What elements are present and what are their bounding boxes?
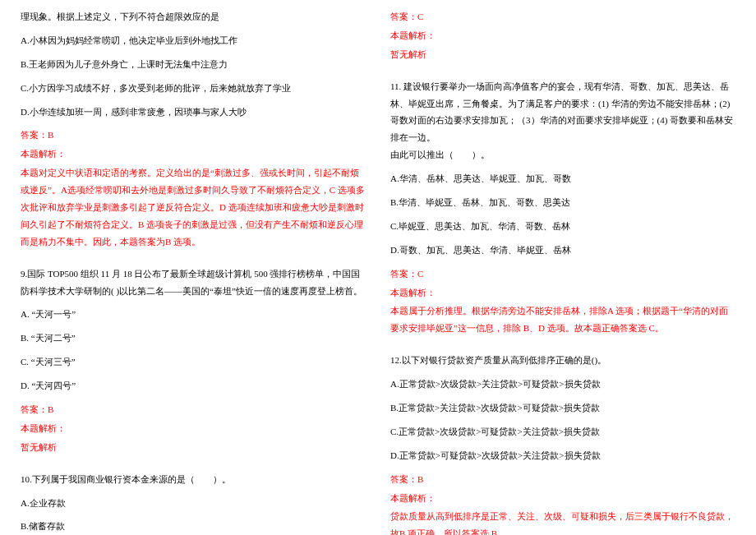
q10-stem: 10.下列属于我国商业银行资本金来源的是（ ）。 [21, 471, 366, 488]
q10-option-a: A.企业存款 [21, 495, 366, 512]
q11-analysis-label: 本题解析： [390, 284, 735, 302]
option-d: D.小华连续加班一周，感到非常疲惫，因琐事与家人大吵 [21, 104, 366, 121]
q12-answer: 答案：B [390, 471, 735, 488]
q11-option-c: C.毕妮亚、思美达、加瓦、华清、哥数、岳林 [390, 218, 735, 235]
q12-option-c: C.正常贷款>次级贷款>可疑贷款>关注贷款>损失贷款 [390, 423, 735, 440]
q12-option-a: A.正常贷款>次级贷款>关注贷款>可疑贷款>损失贷款 [390, 376, 735, 393]
analysis-label: 本题解析： [21, 145, 366, 163]
q11-answer: 答案：C [390, 265, 735, 283]
q12-analysis-label: 本题解析： [390, 490, 735, 507]
option-c: C.小方因学习成绩不好，多次受到老师的批评，后来她就放弃了学业 [21, 80, 366, 97]
q11-option-d: D.哥数、加瓦、思美达、华清、毕妮亚、岳林 [390, 242, 735, 259]
option-b: B.王老师因为儿子意外身亡，上课时无法集中注意力 [21, 56, 366, 73]
q9-option-a: A. “天河一号” [21, 306, 366, 323]
q12-option-b: B.正常贷款>关注贷款>次级贷款>可疑贷款>损失贷款 [390, 399, 735, 417]
q11-stem2: 由此可以推出（ ）。 [390, 146, 735, 164]
q9-analysis-label: 本题解析： [21, 420, 366, 437]
q9-option-d: D. “天河四号” [21, 377, 366, 394]
q9-analysis-text: 暂无解析 [21, 439, 366, 456]
answer-label: 答案：B [21, 127, 366, 144]
q9-stem: 9.国际 TOP500 组织 11 月 18 日公布了最新全球超级计算机 500… [21, 265, 366, 300]
q9-answer: 答案：B [21, 401, 366, 418]
option-a: A.小林因为妈妈经常唠叨，他决定毕业后到外地找工作 [21, 32, 366, 49]
q11-option-b: B.华清、毕妮亚、岳林、加瓦、哥数、思美达 [390, 194, 735, 211]
q12-stem: 12.以下对银行贷款资产质量从高到低排序正确的是()。 [390, 352, 735, 369]
q12-option-d: D.正常贷款>可疑贷款>次级贷款>关注贷款>损失贷款 [390, 447, 735, 464]
q11-option-a: A.华清、岳林、思美达、毕妮亚、加瓦、哥数 [390, 170, 735, 187]
q10-answer: 答案：C [390, 8, 735, 25]
q9-option-c: C. “天河三号” [21, 353, 366, 371]
q11-analysis-text: 本题属于分析推理。根据华清旁边不能安排岳林，排除A 选项；根据题干“华清的对面要… [390, 302, 735, 337]
intro-text: 理现象。根据上述定义，下列不符合超限效应的是 [21, 8, 366, 25]
analysis-text: 本题对定义中状语和定语的考察。定义给出的是“刺激过多、强或长时间，引起不耐烦或逆… [21, 164, 366, 250]
q10-analysis-text: 暂无解析 [390, 46, 735, 63]
q10-option-b: B.储蓄存款 [21, 518, 366, 535]
q11-stem: 11. 建设银行要举办一场面向高净值客户的宴会，现有华清、哥数、加瓦、思美达、岳… [390, 78, 735, 147]
q9-option-b: B. “天河二号” [21, 330, 366, 347]
q12-analysis-text: 贷款质量从高到低排序是正常、关注、次级、可疑和损失，后三类属于银行不良贷款，故B… [390, 508, 735, 535]
q10-analysis-label: 本题解析： [390, 27, 735, 44]
